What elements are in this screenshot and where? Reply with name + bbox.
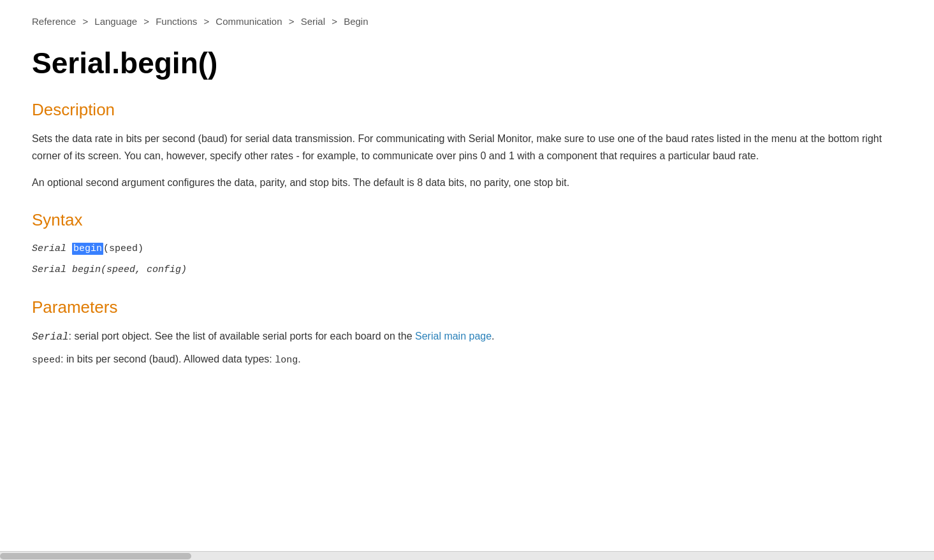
- syntax-speed-param: (speed): [103, 243, 143, 254]
- breadcrumb-language[interactable]: Language: [94, 16, 137, 27]
- parameters-section: Parameters Serial: serial port object. S…: [32, 298, 902, 369]
- breadcrumb-begin[interactable]: Begin: [344, 16, 368, 27]
- syntax-line-1: Serial begin(speed): [32, 240, 902, 257]
- breadcrumb-sep-1: >: [82, 16, 88, 27]
- param-serial-name: Serial: [32, 331, 69, 343]
- description-paragraph-2: An optional second argument configures t…: [32, 174, 902, 191]
- param-speed-name: speed: [32, 355, 61, 366]
- param-serial-period: .: [492, 331, 494, 341]
- breadcrumb-reference[interactable]: Reference: [32, 16, 76, 27]
- breadcrumb-sep-3: >: [203, 16, 209, 27]
- breadcrumb-sep-4: >: [289, 16, 295, 27]
- page-title: Serial.begin(): [32, 46, 902, 81]
- description-paragraph-1: Sets the data rate in bits per second (b…: [32, 130, 902, 164]
- description-section: Description Sets the data rate in bits p…: [32, 100, 902, 191]
- syntax-begin-highlighted: begin: [72, 243, 103, 255]
- breadcrumb-communication[interactable]: Communication: [215, 16, 282, 27]
- parameter-serial: Serial: serial port object. See the list…: [32, 327, 902, 347]
- breadcrumb: Reference > Language > Functions > Commu…: [32, 10, 902, 33]
- description-heading: Description: [32, 100, 902, 120]
- param-speed-desc: : in bits per second (baud). Allowed dat…: [61, 354, 275, 364]
- param-serial-desc: : serial port object. See the list of av…: [69, 331, 415, 341]
- syntax-line-2-text: Serial begin(speed, config): [32, 264, 187, 275]
- serial-main-page-link[interactable]: Serial main page: [415, 331, 492, 341]
- parameter-speed: speed: in bits per second (baud). Allowe…: [32, 350, 902, 369]
- syntax-heading: Syntax: [32, 210, 902, 230]
- breadcrumb-sep-5: >: [332, 16, 337, 27]
- param-speed-type: long: [275, 355, 298, 366]
- syntax-line-2: Serial begin(speed, config): [32, 261, 902, 278]
- horizontal-scrollbar[interactable]: [0, 551, 934, 560]
- scrollbar-thumb[interactable]: [0, 553, 191, 559]
- breadcrumb-functions[interactable]: Functions: [156, 16, 197, 27]
- syntax-serial-keyword: Serial: [32, 243, 72, 254]
- breadcrumb-serial[interactable]: Serial: [301, 16, 325, 27]
- breadcrumb-sep-2: >: [143, 16, 149, 27]
- param-speed-period: .: [298, 354, 300, 364]
- parameters-heading: Parameters: [32, 298, 902, 317]
- syntax-section: Syntax Serial begin(speed) Serial begin(…: [32, 210, 902, 278]
